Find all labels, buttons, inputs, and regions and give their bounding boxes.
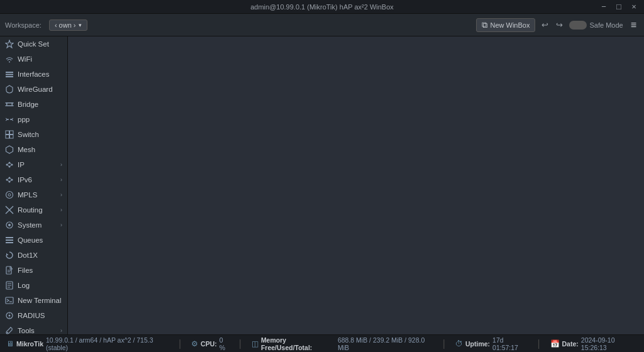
close-button[interactable]: × (629, 2, 639, 11)
svg-line-27 (7, 180, 9, 182)
sidebar-item-mesh[interactable]: Mesh (0, 142, 67, 157)
svg-rect-9 (6, 131, 9, 135)
sidebar-item-mpls[interactable]: MPLS› (0, 187, 67, 202)
minimize-button[interactable]: − (599, 2, 609, 11)
sidebar-label-system: System (18, 221, 57, 229)
sidebar-item-ipv6[interactable]: IPv6› (0, 172, 67, 187)
sidebar-item-radius[interactable]: RADIUS (0, 308, 67, 323)
svg-line-20 (9, 163, 12, 165)
mpls-arrow: › (60, 192, 62, 198)
routing-arrow: › (60, 207, 62, 213)
content-area (68, 36, 644, 334)
sidebar-item-files[interactable]: Files (0, 263, 67, 278)
sidebar-label-ipv6: IPv6 (18, 176, 57, 184)
hamburger-menu-button[interactable]: ≡ (628, 18, 639, 32)
switch-icon (5, 130, 14, 139)
sidebar-item-log[interactable]: Log (0, 278, 67, 293)
main-area: Quick SetWiFiInterfacesWireGuardBridgepp… (0, 36, 644, 334)
svg-rect-6 (6, 106, 14, 107)
maximize-button[interactable]: □ (614, 2, 624, 11)
sidebar-label-quick-set: Quick Set (18, 40, 62, 48)
undo-button[interactable]: ↩ (540, 19, 550, 31)
sidebar-label-mesh: Mesh (18, 146, 62, 153)
sidebar-item-wireguard[interactable]: WireGuard (0, 82, 67, 97)
workspace-dropdown[interactable]: ‹ own › (49, 19, 87, 31)
svg-marker-13 (6, 146, 13, 153)
divider-4: | (537, 338, 540, 349)
sidebar-item-new-terminal[interactable]: New Terminal (0, 293, 67, 308)
mesh-icon (5, 145, 14, 154)
svg-point-50 (9, 315, 11, 317)
sidebar-item-ppp[interactable]: ppp (0, 112, 67, 127)
sidebar-item-routing[interactable]: Routing› (0, 202, 67, 217)
redo-button[interactable]: ↪ (555, 19, 564, 31)
sidebar-item-bridge[interactable]: Bridge (0, 97, 67, 112)
mikrotik-status: 🖥 MikroTik 10.99.0.1 / arm64 / hAP ax^2 … (6, 336, 169, 351)
memory-icon: ◫ (252, 339, 258, 348)
sidebar-item-wifi[interactable]: WiFi (0, 52, 67, 67)
system-icon (5, 221, 14, 229)
svg-line-29 (9, 180, 12, 182)
sidebar-label-switch: Switch (18, 131, 62, 138)
new-terminal-icon (5, 296, 14, 305)
sidebar-label-ppp: ppp (18, 116, 62, 123)
window-controls[interactable]: − □ × (599, 2, 639, 11)
interfaces-icon (5, 70, 14, 79)
svg-line-26 (7, 178, 9, 180)
svg-rect-4 (6, 76, 13, 77)
sidebar-item-quick-set[interactable]: Quick Set (0, 36, 67, 52)
uptime-status: ⏱ Uptime: 17d 01:57:17 (455, 336, 527, 351)
sidebar-label-routing: Routing (18, 206, 57, 214)
log-icon (5, 281, 14, 290)
sidebar-item-switch[interactable]: Switch (0, 127, 67, 142)
date-status: 📅 Date: 2024-09-10 15:26:13 (550, 336, 638, 351)
sidebar-label-bridge: Bridge (18, 101, 62, 108)
sidebar-item-queues[interactable]: Queues (0, 233, 67, 248)
radius-icon (5, 311, 14, 320)
sidebar-item-ip[interactable]: IP› (0, 157, 67, 172)
sidebar-label-ip: IP (18, 161, 57, 168)
sidebar-item-interfaces[interactable]: Interfaces (0, 67, 67, 82)
new-winbox-button[interactable]: ⧉ New WinBox (476, 18, 535, 32)
divider-2: | (239, 338, 242, 349)
memory-status: ◫ Memory Free/Used/Total: 688.8 MiB / 23… (252, 336, 433, 351)
ipv6-arrow: › (60, 177, 62, 183)
mikrotik-icon: 🖥 (6, 339, 14, 348)
ppp-icon (5, 115, 14, 124)
svg-line-28 (9, 178, 12, 180)
tools-arrow: › (60, 327, 62, 334)
system-arrow: › (60, 222, 62, 228)
dot1x-icon (5, 251, 14, 260)
svg-rect-12 (10, 135, 14, 139)
sidebar-item-dot1x[interactable]: Dot1X (0, 248, 67, 263)
svg-line-18 (7, 163, 9, 165)
sidebar-label-wifi: WiFi (18, 55, 62, 63)
sidebar-label-files: Files (18, 267, 62, 274)
cpu-status: ⚙ CPU: 0 % (191, 336, 229, 351)
wifi-icon (5, 55, 14, 63)
svg-marker-0 (6, 40, 13, 48)
sidebar-label-new-terminal: New Terminal (18, 297, 62, 304)
sidebar-label-queues: Queues (18, 236, 62, 244)
divider-1: | (179, 338, 181, 349)
svg-line-19 (7, 165, 9, 167)
workspace-label: Workspace: (5, 21, 42, 29)
safe-mode-toggle[interactable]: Safe Mode (569, 21, 623, 30)
cpu-icon: ⚙ (191, 339, 198, 348)
bridge-icon (5, 100, 14, 109)
sidebar-item-system[interactable]: System› (0, 217, 67, 233)
divider-3: | (443, 338, 445, 349)
ip-arrow: › (60, 162, 62, 168)
sidebar-item-tools[interactable]: Tools› (0, 323, 67, 334)
svg-point-53 (7, 332, 8, 333)
status-bar: 🖥 MikroTik 10.99.0.1 / arm64 / hAP ax^2 … (0, 334, 644, 352)
queues-icon (5, 236, 14, 245)
safe-mode-switch[interactable] (569, 21, 587, 30)
toolbar: Workspace: ‹ own › ⧉ New WinBox ↩ ↪ Safe… (0, 14, 644, 36)
mpls-icon (5, 190, 14, 199)
svg-rect-37 (6, 239, 13, 241)
wireguard-icon (5, 85, 14, 94)
new-winbox-icon: ⧉ (482, 20, 487, 30)
sidebar-label-interfaces: Interfaces (18, 70, 62, 78)
window-title: admin@10.99.0.1 (MikroTik) hAP ax²2 WinB… (250, 3, 394, 11)
